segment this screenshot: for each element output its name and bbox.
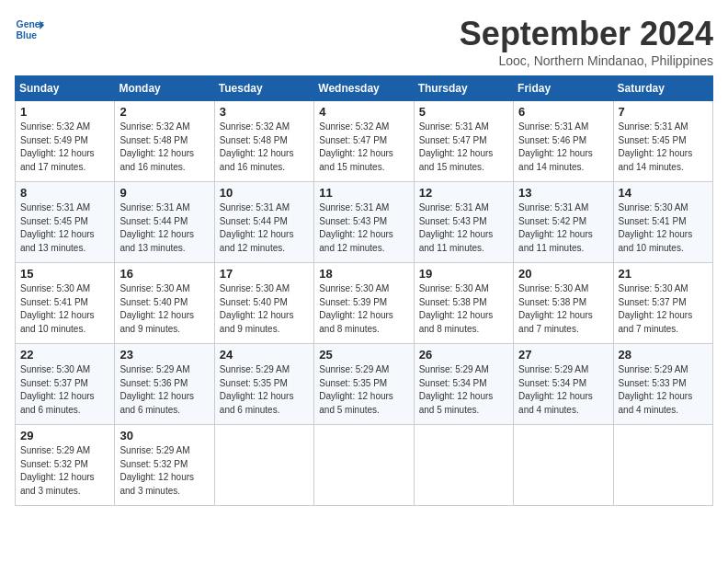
table-row: 2 Sunrise: 5:32 AMSunset: 5:48 PMDayligh… bbox=[115, 101, 214, 182]
day-number: 3 bbox=[220, 105, 309, 119]
table-row bbox=[414, 425, 513, 506]
table-row: 6 Sunrise: 5:31 AMSunset: 5:46 PMDayligh… bbox=[514, 101, 613, 182]
title-section: September 2024 Looc, Northern Mindanao, … bbox=[460, 15, 713, 68]
day-info: Sunrise: 5:29 AMSunset: 5:34 PMDaylight:… bbox=[419, 364, 494, 415]
table-row: 22 Sunrise: 5:30 AMSunset: 5:37 PMDaylig… bbox=[16, 344, 115, 425]
day-number: 13 bbox=[518, 186, 608, 200]
table-row: 30 Sunrise: 5:29 AMSunset: 5:32 PMDaylig… bbox=[115, 425, 214, 506]
day-number: 30 bbox=[119, 429, 209, 442]
day-number: 20 bbox=[518, 267, 608, 281]
day-number: 12 bbox=[419, 186, 508, 200]
day-number: 23 bbox=[119, 348, 209, 362]
table-row: 8 Sunrise: 5:31 AMSunset: 5:45 PMDayligh… bbox=[16, 182, 115, 263]
day-info: Sunrise: 5:30 AMSunset: 5:40 PMDaylight:… bbox=[220, 283, 294, 334]
day-info: Sunrise: 5:32 AMSunset: 5:49 PMDaylight:… bbox=[20, 121, 95, 172]
calendar-week-row: 8 Sunrise: 5:31 AMSunset: 5:45 PMDayligh… bbox=[16, 182, 713, 263]
table-row bbox=[314, 425, 414, 506]
day-info: Sunrise: 5:31 AMSunset: 5:42 PMDaylight:… bbox=[518, 202, 593, 253]
day-info: Sunrise: 5:31 AMSunset: 5:45 PMDaylight:… bbox=[619, 121, 693, 172]
calendar-week-row: 22 Sunrise: 5:30 AMSunset: 5:37 PMDaylig… bbox=[16, 344, 713, 425]
day-number: 9 bbox=[119, 186, 209, 200]
day-info: Sunrise: 5:31 AMSunset: 5:44 PMDaylight:… bbox=[119, 202, 194, 253]
table-row bbox=[514, 425, 613, 506]
day-number: 4 bbox=[319, 105, 408, 119]
day-number: 8 bbox=[20, 186, 109, 200]
day-number: 6 bbox=[518, 105, 608, 119]
day-info: Sunrise: 5:29 AMSunset: 5:35 PMDaylight:… bbox=[220, 364, 294, 415]
day-info: Sunrise: 5:31 AMSunset: 5:45 PMDaylight:… bbox=[20, 202, 95, 253]
day-number: 7 bbox=[619, 105, 708, 119]
col-saturday: Saturday bbox=[613, 76, 712, 101]
table-row: 28 Sunrise: 5:29 AMSunset: 5:33 PMDaylig… bbox=[613, 344, 712, 425]
table-row: 18 Sunrise: 5:30 AMSunset: 5:39 PMDaylig… bbox=[314, 263, 414, 344]
day-number: 16 bbox=[119, 267, 209, 281]
day-info: Sunrise: 5:31 AMSunset: 5:46 PMDaylight:… bbox=[518, 121, 593, 172]
day-info: Sunrise: 5:29 AMSunset: 5:32 PMDaylight:… bbox=[20, 445, 95, 496]
day-info: Sunrise: 5:30 AMSunset: 5:40 PMDaylight:… bbox=[119, 283, 194, 334]
header-row: Sunday Monday Tuesday Wednesday Thursday… bbox=[16, 76, 713, 101]
col-sunday: Sunday bbox=[16, 76, 115, 101]
day-info: Sunrise: 5:31 AMSunset: 5:43 PMDaylight:… bbox=[419, 202, 494, 253]
calendar-week-row: 29 Sunrise: 5:29 AMSunset: 5:32 PMDaylig… bbox=[16, 425, 713, 506]
calendar-week-row: 15 Sunrise: 5:30 AMSunset: 5:41 PMDaylig… bbox=[16, 263, 713, 344]
day-info: Sunrise: 5:31 AMSunset: 5:44 PMDaylight:… bbox=[220, 202, 294, 253]
table-row bbox=[214, 425, 313, 506]
day-number: 14 bbox=[619, 186, 708, 200]
table-row: 20 Sunrise: 5:30 AMSunset: 5:38 PMDaylig… bbox=[514, 263, 613, 344]
day-info: Sunrise: 5:30 AMSunset: 5:37 PMDaylight:… bbox=[20, 364, 95, 415]
table-row: 23 Sunrise: 5:29 AMSunset: 5:36 PMDaylig… bbox=[115, 344, 214, 425]
day-number: 5 bbox=[419, 105, 508, 119]
day-number: 26 bbox=[419, 348, 508, 362]
day-info: Sunrise: 5:29 AMSunset: 5:32 PMDaylight:… bbox=[119, 445, 194, 496]
calendar-table: Sunday Monday Tuesday Wednesday Thursday… bbox=[15, 75, 713, 506]
day-info: Sunrise: 5:30 AMSunset: 5:41 PMDaylight:… bbox=[619, 202, 693, 253]
day-info: Sunrise: 5:32 AMSunset: 5:48 PMDaylight:… bbox=[119, 121, 194, 172]
table-row: 15 Sunrise: 5:30 AMSunset: 5:41 PMDaylig… bbox=[16, 263, 115, 344]
day-number: 24 bbox=[220, 348, 309, 362]
day-number: 25 bbox=[319, 348, 408, 362]
table-row bbox=[613, 425, 712, 506]
table-row: 19 Sunrise: 5:30 AMSunset: 5:38 PMDaylig… bbox=[414, 263, 513, 344]
day-number: 29 bbox=[20, 429, 109, 442]
day-info: Sunrise: 5:32 AMSunset: 5:48 PMDaylight:… bbox=[220, 121, 294, 172]
day-info: Sunrise: 5:30 AMSunset: 5:37 PMDaylight:… bbox=[619, 283, 693, 334]
table-row: 21 Sunrise: 5:30 AMSunset: 5:37 PMDaylig… bbox=[613, 263, 712, 344]
day-info: Sunrise: 5:29 AMSunset: 5:35 PMDaylight:… bbox=[319, 364, 393, 415]
table-row: 12 Sunrise: 5:31 AMSunset: 5:43 PMDaylig… bbox=[414, 182, 513, 263]
table-row: 11 Sunrise: 5:31 AMSunset: 5:43 PMDaylig… bbox=[314, 182, 414, 263]
day-number: 27 bbox=[518, 348, 608, 362]
day-info: Sunrise: 5:31 AMSunset: 5:47 PMDaylight:… bbox=[419, 121, 494, 172]
day-number: 21 bbox=[619, 267, 708, 281]
logo: General Blue bbox=[15, 15, 44, 44]
day-number: 22 bbox=[20, 348, 109, 362]
table-row: 3 Sunrise: 5:32 AMSunset: 5:48 PMDayligh… bbox=[214, 101, 313, 182]
day-number: 18 bbox=[319, 267, 408, 281]
table-row: 17 Sunrise: 5:30 AMSunset: 5:40 PMDaylig… bbox=[214, 263, 313, 344]
day-info: Sunrise: 5:32 AMSunset: 5:47 PMDaylight:… bbox=[319, 121, 393, 172]
table-row: 27 Sunrise: 5:29 AMSunset: 5:34 PMDaylig… bbox=[514, 344, 613, 425]
day-info: Sunrise: 5:29 AMSunset: 5:36 PMDaylight:… bbox=[119, 364, 194, 415]
table-row: 7 Sunrise: 5:31 AMSunset: 5:45 PMDayligh… bbox=[613, 101, 712, 182]
table-row: 29 Sunrise: 5:29 AMSunset: 5:32 PMDaylig… bbox=[16, 425, 115, 506]
calendar-week-row: 1 Sunrise: 5:32 AMSunset: 5:49 PMDayligh… bbox=[16, 101, 713, 182]
day-info: Sunrise: 5:30 AMSunset: 5:41 PMDaylight:… bbox=[20, 283, 95, 334]
day-number: 28 bbox=[619, 348, 708, 362]
table-row: 9 Sunrise: 5:31 AMSunset: 5:44 PMDayligh… bbox=[115, 182, 214, 263]
day-info: Sunrise: 5:30 AMSunset: 5:38 PMDaylight:… bbox=[419, 283, 494, 334]
table-row: 1 Sunrise: 5:32 AMSunset: 5:49 PMDayligh… bbox=[16, 101, 115, 182]
col-wednesday: Wednesday bbox=[314, 76, 414, 101]
table-row: 16 Sunrise: 5:30 AMSunset: 5:40 PMDaylig… bbox=[115, 263, 214, 344]
day-number: 19 bbox=[419, 267, 508, 281]
logo-icon: General Blue bbox=[15, 15, 44, 44]
table-row: 26 Sunrise: 5:29 AMSunset: 5:34 PMDaylig… bbox=[414, 344, 513, 425]
day-number: 1 bbox=[20, 105, 109, 119]
table-row: 14 Sunrise: 5:30 AMSunset: 5:41 PMDaylig… bbox=[613, 182, 712, 263]
location-title: Looc, Northern Mindanao, Philippines bbox=[460, 53, 713, 68]
day-number: 10 bbox=[220, 186, 309, 200]
svg-text:Blue: Blue bbox=[17, 30, 38, 40]
col-tuesday: Tuesday bbox=[214, 76, 313, 101]
day-number: 15 bbox=[20, 267, 109, 281]
day-info: Sunrise: 5:30 AMSunset: 5:39 PMDaylight:… bbox=[319, 283, 393, 334]
day-info: Sunrise: 5:29 AMSunset: 5:34 PMDaylight:… bbox=[518, 364, 593, 415]
day-info: Sunrise: 5:31 AMSunset: 5:43 PMDaylight:… bbox=[319, 202, 393, 253]
